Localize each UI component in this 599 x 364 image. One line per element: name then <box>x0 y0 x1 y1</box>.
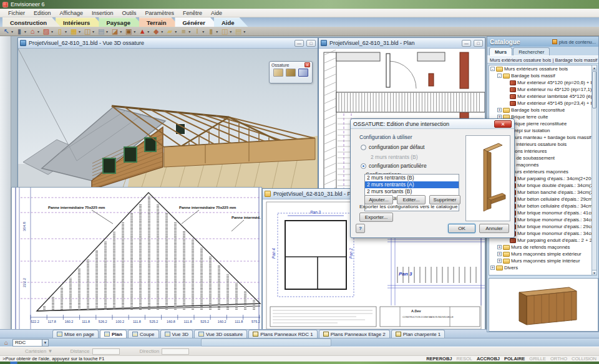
zoom-tool-button[interactable] <box>288 338 298 347</box>
toolbar-button[interactable]: ↖ ▾ <box>1 27 14 36</box>
zoom-tool-button[interactable] <box>298 338 308 347</box>
drawing-tool-button[interactable] <box>1 84 10 93</box>
wall-display-button[interactable] <box>538 338 548 347</box>
dropdown-arrow-icon[interactable]: ▾ <box>106 29 108 34</box>
catalogue-scrollbar[interactable]: ▲ ▼ <box>592 65 597 275</box>
toolbar-button[interactable]: ⌂ ▾ <box>27 27 40 36</box>
view-tool-button[interactable] <box>82 338 92 347</box>
menu-item[interactable]: Outils <box>117 10 140 16</box>
radio-default[interactable]: configuration par défaut <box>361 144 424 150</box>
toolbar-button[interactable]: ▰ ▾ <box>165 27 177 36</box>
expand-icon[interactable]: - <box>490 67 495 71</box>
drawing-tool-button[interactable] <box>1 56 10 65</box>
zoom-tool-button[interactable] <box>277 338 287 347</box>
toolbar-button[interactable]: ◫ ▾ <box>82 27 95 36</box>
annotation-tool-button[interactable] <box>1 204 10 213</box>
ribbon-tab[interactable]: Construction <box>2 17 61 27</box>
drawing-tool-button[interactable] <box>1 140 10 149</box>
ribbon-tab[interactable]: Paysage <box>99 17 144 27</box>
cancel-button[interactable]: Annuler <box>479 224 509 233</box>
wall-display-button[interactable] <box>515 338 525 347</box>
radio-icon[interactable] <box>361 145 366 150</box>
ribbon-tab[interactable]: Aide <box>214 17 248 27</box>
toolbar-button[interactable]: ◪ ▾ <box>110 27 122 36</box>
sheet-tab[interactable]: Mise en page <box>52 330 99 338</box>
catalogue-tab[interactable]: Murs <box>489 47 512 55</box>
delete-button[interactable]: Supprimer <box>429 195 460 204</box>
status-toggle[interactable]: POLAIRE <box>504 356 525 362</box>
view-tool-button[interactable] <box>138 338 148 347</box>
dropdown-arrow-icon[interactable]: ▾ <box>147 29 149 34</box>
expand-icon[interactable]: + <box>497 108 502 112</box>
annotation-tool-button[interactable] <box>1 176 10 185</box>
level-combobox[interactable]: RDC ▼ <box>12 339 49 347</box>
zoom-tool-button[interactable] <box>256 338 266 347</box>
wall-panel-tool-dark[interactable] <box>286 69 296 77</box>
toolbar-button[interactable]: ▨ ▾ <box>41 27 54 36</box>
dropdown-arrow-icon[interactable]: ▾ <box>216 29 218 34</box>
combo-arrow-icon[interactable]: ▼ <box>42 340 48 346</box>
wall-display-button[interactable] <box>549 338 559 347</box>
zoom-tool-button[interactable] <box>319 338 329 347</box>
toolbar-button[interactable]: ▲ ▾ <box>137 27 150 36</box>
view-tool-button[interactable] <box>71 338 81 347</box>
status-toggle[interactable]: COLLISION <box>572 356 597 362</box>
status-toggle[interactable]: ACCROBJ <box>477 356 500 362</box>
annotation-tool-button[interactable] <box>1 186 10 194</box>
minimize-button[interactable]: — <box>295 40 304 47</box>
dropdown-arrow-icon[interactable]: ▾ <box>175 29 177 34</box>
tree-item[interactable]: - Murs extérieurs ossature bois <box>489 65 592 72</box>
dropdown-arrow-icon[interactable]: ▾ <box>188 29 190 34</box>
radio-selected-icon[interactable] <box>361 163 366 169</box>
scroll-thumb[interactable] <box>592 71 597 108</box>
status-toggle[interactable]: RESOL <box>456 356 472 362</box>
toolbar-button[interactable]: ◫ ▾ <box>220 27 232 36</box>
help-button[interactable]: ? <box>356 224 365 233</box>
ribbon-tab[interactable]: Générer <box>175 17 218 27</box>
zoom-tool-button[interactable] <box>245 338 255 347</box>
view-tool-button[interactable] <box>149 338 159 347</box>
configuration-item[interactable]: 2 murs rentrants (A) <box>365 181 459 188</box>
menu-item[interactable]: Fenêtre <box>178 10 207 16</box>
toolbar-button[interactable]: ▮ ▾ <box>206 27 218 36</box>
dropdown-arrow-icon[interactable]: ▾ <box>11 29 13 34</box>
tree-item[interactable]: Mur extérieur nu 45*120 (ép=17,1) + bard… <box>489 86 592 93</box>
dropdown-arrow-icon[interactable]: ▾ <box>243 29 245 34</box>
view-tool-button[interactable] <box>61 338 71 347</box>
drawing-tool-button[interactable] <box>1 93 10 102</box>
ribbon-tab[interactable]: Terrain <box>139 17 180 27</box>
ribbon-tab[interactable]: Intérieurs <box>56 17 104 27</box>
menu-item[interactable]: Fichier <box>4 10 29 16</box>
dropdown-arrow-icon[interactable]: ▾ <box>161 29 163 34</box>
catalogue-tab[interactable]: Rechercher <box>513 47 550 55</box>
expand-icon[interactable]: + <box>497 252 502 256</box>
dropdown-arrow-icon[interactable]: ▾ <box>51 29 53 34</box>
sheet-tab[interactable]: Plans Panneaux RDC 1 <box>248 330 318 338</box>
radio-custom[interactable]: configuration particulière <box>361 163 427 169</box>
dropdown-arrow-icon[interactable]: ▾ <box>230 29 231 34</box>
toolbar-button[interactable]: Ⅰ ▾ <box>192 27 205 36</box>
tree-item[interactable]: + Murs maçonnés simple extérieur <box>489 251 592 257</box>
zoom-tool-button[interactable] <box>235 338 245 347</box>
add-button[interactable]: Ajouter... <box>364 195 393 204</box>
drawing-tool-button[interactable] <box>1 37 10 46</box>
sheet-tab[interactable]: Plan charpente 1 <box>391 330 446 338</box>
dialog-close-icon[interactable]: ✕ <box>494 120 512 128</box>
tree-item[interactable]: + Murs de refends maçonnés <box>489 244 592 251</box>
zoom-tool-button[interactable] <box>309 338 319 347</box>
edit-button[interactable]: Editer... <box>397 195 426 204</box>
drawing-tool-button[interactable] <box>1 75 10 84</box>
drawing-tool-button[interactable] <box>1 150 10 158</box>
toolbar-button[interactable]: ▣ ▾ <box>124 27 136 36</box>
toolbar-button[interactable]: ■ ▾ <box>178 27 191 36</box>
coordinate-system-dropdown[interactable]: Cartésien ▼ <box>25 348 52 354</box>
dropdown-arrow-icon[interactable]: ▾ <box>92 29 94 34</box>
zoom-tool-button[interactable] <box>266 338 276 347</box>
tree-item[interactable]: Mur extérieur 45*120 (ép=20,6) + bardage… <box>489 79 592 86</box>
zoom-tool-button[interactable] <box>203 338 213 347</box>
sheet-tab[interactable]: Vue 3D ossature <box>194 330 247 338</box>
expand-icon[interactable]: - <box>497 74 502 78</box>
drawing-tool-button[interactable] <box>1 159 10 168</box>
annotation-tool-button[interactable] <box>1 195 10 204</box>
expand-icon[interactable]: + <box>497 245 502 249</box>
